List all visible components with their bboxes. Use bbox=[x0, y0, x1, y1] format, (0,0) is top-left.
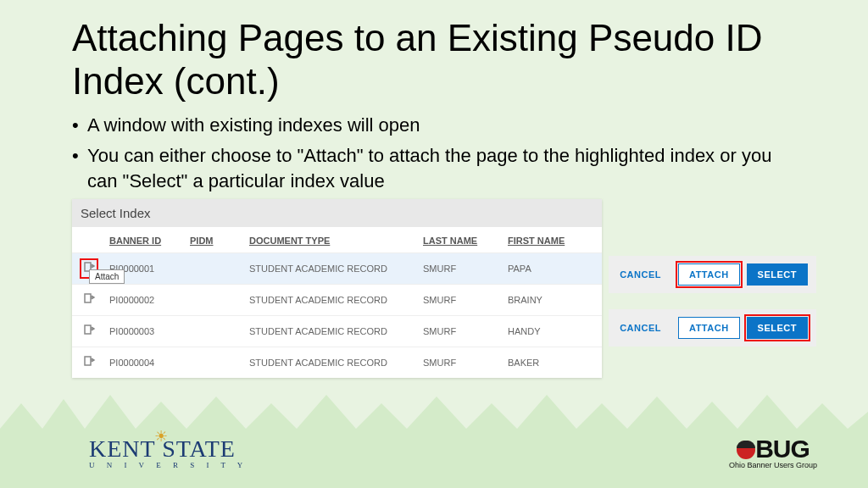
button-bar-attach-highlighted: CANCEL ATTACH SELECT bbox=[609, 256, 816, 293]
select-index-panel: Select Index BANNER ID PIDM DOCUMENT TYP… bbox=[72, 199, 602, 378]
index-table: BANNER ID PIDM DOCUMENT TYPE LAST NAME F… bbox=[72, 227, 602, 378]
table-row[interactable]: PI0000003STUDENT ACADEMIC RECORDSMURFHAN… bbox=[72, 315, 602, 347]
cell-last-name: SMURF bbox=[420, 295, 504, 305]
col-banner-id[interactable]: BANNER ID bbox=[106, 236, 186, 246]
table-header: BANNER ID PIDM DOCUMENT TYPE LAST NAME F… bbox=[72, 227, 602, 252]
obug-logo: BUG Ohio Banner Users Group bbox=[729, 435, 817, 469]
col-doc-type[interactable]: DOCUMENT TYPE bbox=[246, 236, 420, 246]
cell-last-name: SMURF bbox=[420, 326, 504, 336]
attach-icon[interactable] bbox=[82, 329, 96, 339]
table-row[interactable]: PI0000004STUDENT ACADEMIC RECORDSMURFBAK… bbox=[72, 347, 602, 378]
panel-heading: Select Index bbox=[72, 199, 602, 227]
table-row[interactable]: PI0000001STUDENT ACADEMIC RECORDSMURFPAP… bbox=[72, 252, 602, 284]
col-first-name[interactable]: FIRST NAME bbox=[504, 236, 589, 246]
sun-icon: ☀ bbox=[154, 427, 168, 446]
logo-sub-text: U N I V E R S I T Y bbox=[89, 461, 248, 469]
cell-first-name: HANDY bbox=[504, 326, 589, 336]
cell-doc-type: STUDENT ACADEMIC RECORD bbox=[246, 326, 420, 336]
attach-button[interactable]: ATTACH bbox=[678, 317, 740, 339]
cell-first-name: PAPA bbox=[504, 263, 589, 274]
cell-banner-id: PI0000002 bbox=[106, 295, 186, 305]
attach-tooltip: Attach bbox=[89, 269, 125, 284]
cell-doc-type: STUDENT ACADEMIC RECORD bbox=[246, 358, 420, 368]
cell-doc-type: STUDENT ACADEMIC RECORD bbox=[246, 295, 420, 305]
kent-state-logo: ☀ KENT STATE U N I V E R S I T Y bbox=[89, 435, 248, 469]
bullet-list: A window with existing indexes will open… bbox=[72, 113, 800, 193]
col-pidm[interactable]: PIDM bbox=[186, 236, 246, 246]
cancel-button[interactable]: CANCEL bbox=[609, 318, 671, 338]
cell-banner-id: PI0000004 bbox=[106, 358, 186, 368]
bullet-item: A window with existing indexes will open bbox=[72, 113, 800, 138]
cell-first-name: BRAINY bbox=[504, 295, 589, 305]
logo-main-text: BUG bbox=[755, 435, 810, 463]
attach-icon[interactable] bbox=[82, 360, 96, 370]
col-last-name[interactable]: LAST NAME bbox=[420, 236, 504, 246]
select-button[interactable]: SELECT bbox=[747, 317, 808, 339]
logo-main-text: KENT STATE bbox=[89, 435, 248, 463]
select-button[interactable]: SELECT bbox=[747, 263, 808, 286]
attach-button[interactable]: ATTACH bbox=[678, 263, 740, 286]
ladybug-icon bbox=[737, 441, 755, 459]
cancel-button[interactable]: CANCEL bbox=[609, 264, 671, 285]
attach-icon[interactable] bbox=[82, 297, 96, 308]
cell-banner-id: PI0000003 bbox=[106, 326, 186, 336]
cell-last-name: SMURF bbox=[420, 358, 504, 368]
cell-last-name: SMURF bbox=[420, 263, 504, 274]
button-bar-select-highlighted: CANCEL ATTACH SELECT bbox=[609, 309, 816, 347]
cell-first-name: BAKER bbox=[504, 358, 589, 368]
logo-sub-text: Ohio Banner Users Group bbox=[729, 461, 817, 469]
slide-title: Attaching Pages to an Existing Pseudo ID… bbox=[72, 17, 800, 103]
table-row[interactable]: PI0000002STUDENT ACADEMIC RECORDSMURFBRA… bbox=[72, 284, 602, 315]
bullet-item: You can either choose to "Attach" to att… bbox=[72, 143, 800, 193]
grass-decoration bbox=[0, 378, 868, 488]
cell-doc-type: STUDENT ACADEMIC RECORD bbox=[246, 263, 420, 274]
